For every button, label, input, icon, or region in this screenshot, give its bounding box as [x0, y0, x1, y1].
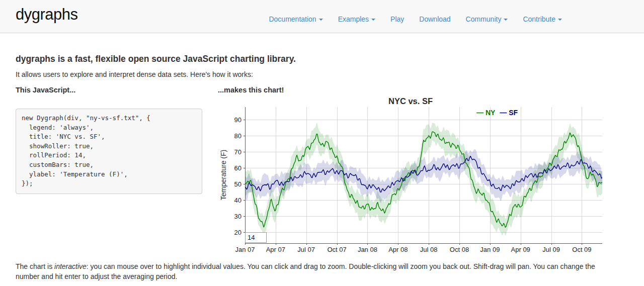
- x-tick-label: Oct 08: [450, 246, 469, 253]
- x-tick-label: Oct 09: [572, 246, 591, 253]
- chart-column: ...makes this chart! NYC vs. SF Temperat…: [218, 86, 603, 254]
- y-tick-label: 90: [234, 116, 242, 124]
- main-nav: DocumentationExamplesPlayDownloadCommuni…: [269, 15, 562, 23]
- main-content: dygraphs is a fast, flexible open source…: [0, 54, 644, 281]
- series-layer: [245, 123, 602, 238]
- y-tick-label: 60: [234, 164, 242, 172]
- footer-text-end: : you can mouse over to highlight indivi…: [16, 262, 595, 280]
- x-tick-label: Jul 08: [420, 246, 438, 253]
- footer-text-start: The chart is: [16, 262, 54, 270]
- y-tick-label: 50: [234, 180, 242, 188]
- chevron-down-icon: [558, 19, 562, 21]
- chevron-down-icon: [371, 19, 375, 21]
- roll-period-input[interactable]: [245, 232, 267, 243]
- y-tick-label: 80: [234, 132, 242, 140]
- nav-item-download[interactable]: Download: [419, 15, 450, 23]
- x-tick-label: Jul 09: [542, 246, 560, 253]
- x-tick-label: Jan 09: [480, 246, 500, 253]
- nav-item-community[interactable]: Community: [466, 15, 508, 23]
- page-title: dygraphs is a fast, flexible open source…: [16, 54, 628, 64]
- y-tick-label: 40: [234, 197, 242, 204]
- chart-legend: — NY— SF: [476, 109, 522, 117]
- x-tick-label: Apr 09: [511, 246, 530, 253]
- x-tick-label: Jul 07: [297, 246, 315, 253]
- chart-plot-area[interactable]: 2030405060708090Jan 07Apr 07Jul 07Oct 07…: [218, 96, 603, 254]
- javascript-column-label: This JavaScript...: [16, 86, 202, 96]
- x-tick-label: Apr 08: [388, 246, 408, 253]
- legend-entry-ny: — NY: [476, 109, 495, 117]
- y-tick-label: 70: [234, 148, 242, 156]
- x-tick-label: Apr 07: [266, 246, 285, 253]
- nav-item-examples[interactable]: Examples: [338, 15, 375, 23]
- chart-column-label: ...makes this chart!: [218, 86, 603, 96]
- chevron-down-icon: [319, 19, 323, 21]
- dygraph-chart: NYC vs. SF Temperature (F) 2030405060708…: [218, 96, 603, 254]
- code-text: new Dygraph(div, "ny-vs-sf.txt", { legen…: [22, 114, 150, 187]
- y-tick-label: 30: [234, 213, 242, 220]
- nav-item-documentation[interactable]: Documentation: [269, 15, 323, 23]
- legend-entry-sf: — SF: [500, 109, 518, 117]
- y-tick-label: 20: [234, 229, 242, 236]
- footer-text-italic: interactive: [54, 262, 87, 270]
- nav-item-play[interactable]: Play: [390, 15, 404, 23]
- code-block: new Dygraph(div, "ny-vs-sf.txt", { legen…: [16, 109, 202, 194]
- x-tick-label: Jan 08: [358, 246, 377, 253]
- nav-item-contribute[interactable]: Contribute: [523, 15, 562, 23]
- intro-text: It allows users to explore and interpret…: [16, 70, 628, 78]
- brand-logo[interactable]: dygraphs: [16, 6, 78, 24]
- javascript-column: This JavaScript... new Dygraph(div, "ny-…: [16, 86, 202, 254]
- footer-text: The chart is interactive: you can mouse …: [16, 261, 605, 281]
- x-tick-label: Oct 07: [327, 246, 346, 253]
- x-tick-label: Jan 07: [235, 246, 255, 253]
- two-column-demo: This JavaScript... new Dygraph(div, "ny-…: [16, 86, 628, 254]
- chevron-down-icon: [504, 19, 508, 21]
- navbar: dygraphs DocumentationExamplesPlayDownlo…: [0, 0, 644, 33]
